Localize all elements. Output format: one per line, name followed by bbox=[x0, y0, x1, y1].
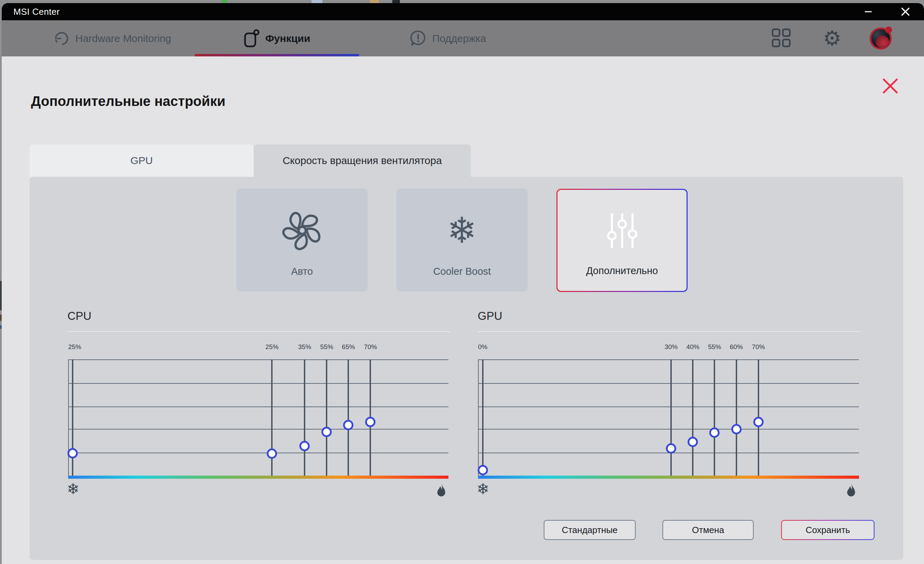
user-avatar[interactable] bbox=[870, 27, 892, 49]
cpu-fan-curve-chart[interactable] bbox=[68, 359, 448, 477]
fan-curve-point[interactable] bbox=[267, 449, 277, 459]
gpu-tick-labels: 0%30%40%55%60%70% bbox=[478, 343, 859, 353]
functions-icon bbox=[243, 29, 260, 48]
fan-curve-point[interactable] bbox=[478, 465, 488, 475]
h-gridline bbox=[478, 359, 859, 360]
support-bubble-icon bbox=[410, 30, 427, 47]
fan-curve-point[interactable] bbox=[753, 417, 764, 427]
sliders-icon bbox=[602, 210, 643, 251]
settings-gear-icon: ⚙ bbox=[823, 27, 842, 50]
y-axis-line bbox=[478, 359, 479, 477]
minimize-button[interactable] bbox=[858, 3, 879, 20]
desktop-edge-frag-top1 bbox=[222, 0, 228, 3]
temperature-gradient-axis bbox=[478, 476, 859, 479]
h-gridline bbox=[68, 407, 448, 407]
tab-label: Скорость вращения вентилятора bbox=[282, 155, 442, 166]
fan-curve-point[interactable] bbox=[321, 427, 332, 437]
cancel-button[interactable]: Отмена bbox=[663, 520, 754, 540]
fan-node-line bbox=[736, 359, 737, 477]
button-label: Отмена bbox=[692, 525, 724, 536]
tick-label: 35% bbox=[298, 343, 311, 351]
fan-curve-point[interactable] bbox=[343, 420, 353, 430]
h-gridline bbox=[68, 429, 448, 429]
tick-label: 60% bbox=[730, 343, 743, 351]
mode-card-cooler-boost[interactable]: ❄ Cooler Boost bbox=[396, 188, 528, 292]
fan-curve-point[interactable] bbox=[299, 441, 310, 451]
active-tab-underline bbox=[195, 54, 359, 56]
h-gridline bbox=[68, 453, 448, 453]
snowflake-icon: ❄ bbox=[447, 212, 477, 248]
mode-label: Авто bbox=[291, 266, 313, 277]
tick-label: 25% bbox=[68, 343, 81, 351]
gauge-icon bbox=[53, 30, 70, 47]
h-gridline bbox=[68, 383, 448, 384]
gpu-section-title: GPU bbox=[478, 310, 502, 323]
msi-center-window: MSI Center Hardware Monitoring bbox=[2, 3, 924, 564]
fan-node-line bbox=[714, 359, 715, 477]
nav-label: Поддержка bbox=[432, 33, 486, 44]
apps-grid-icon bbox=[771, 27, 792, 48]
tick-label: 70% bbox=[364, 343, 377, 351]
tick-label: 55% bbox=[320, 343, 333, 351]
h-gridline bbox=[478, 407, 859, 407]
page-title: Дополнительные настройки bbox=[31, 94, 225, 109]
minimize-icon bbox=[863, 7, 873, 16]
h-gridline bbox=[478, 383, 859, 384]
fan-node-line bbox=[304, 359, 305, 477]
tick-label: 40% bbox=[686, 343, 699, 351]
fan-node-line bbox=[348, 359, 349, 477]
window-close-button[interactable] bbox=[895, 3, 916, 20]
nav-label: Hardware Monitoring bbox=[75, 33, 171, 44]
flame-hot-icon bbox=[846, 483, 857, 500]
fan-curve-point[interactable] bbox=[731, 424, 742, 434]
fan-node-line bbox=[670, 359, 672, 477]
gpu-divider bbox=[478, 331, 860, 332]
nav-item-hardware-monitoring[interactable]: Hardware Monitoring bbox=[53, 20, 171, 56]
mode-label: Дополнительно bbox=[586, 265, 658, 277]
desktop-edge-frag-top4 bbox=[392, 0, 400, 3]
tab-label: GPU bbox=[130, 155, 153, 166]
apps-grid-button[interactable] bbox=[771, 27, 792, 50]
fan-curve-point[interactable] bbox=[365, 417, 375, 427]
cpu-divider bbox=[68, 331, 450, 332]
fan-node-line bbox=[271, 359, 273, 477]
nav-label: Функции bbox=[266, 33, 310, 44]
h-gridline bbox=[478, 429, 859, 429]
mode-card-auto[interactable]: Авто bbox=[236, 188, 368, 292]
nav-item-support[interactable]: Поддержка bbox=[410, 20, 486, 56]
flame-hot-icon bbox=[436, 483, 447, 500]
button-label: Стандартные bbox=[562, 525, 617, 536]
avatar-image bbox=[870, 27, 892, 49]
tab-gpu[interactable]: GPU bbox=[30, 144, 254, 177]
modal-close-button[interactable] bbox=[879, 74, 902, 98]
h-gridline bbox=[68, 359, 448, 360]
settings-button[interactable]: ⚙ bbox=[823, 28, 842, 49]
main-navbar: Hardware Monitoring Функции Поддержка bbox=[2, 20, 924, 56]
fan-curve-point[interactable] bbox=[68, 448, 78, 458]
fan-curve-point[interactable] bbox=[709, 428, 720, 438]
tick-label: 55% bbox=[708, 343, 721, 351]
window-close-icon bbox=[900, 6, 910, 17]
snowflake-cold-icon: ❄ bbox=[477, 482, 489, 497]
tick-label: 65% bbox=[342, 343, 355, 351]
desktop-edge-frag-top2 bbox=[312, 0, 322, 3]
fan-node-line bbox=[72, 359, 73, 477]
fan-curve-point[interactable] bbox=[688, 437, 698, 447]
button-label: Сохранить bbox=[806, 525, 850, 536]
tab-fan-speed[interactable]: Скорость вращения вентилятора bbox=[254, 144, 471, 177]
desktop-edge-frag-top3 bbox=[370, 0, 379, 3]
mode-card-advanced[interactable]: Дополнительно bbox=[556, 189, 688, 292]
gpu-fan-curve-chart[interactable] bbox=[478, 359, 859, 477]
cpu-tick-labels: 25%25%35%55%65%70% bbox=[68, 343, 448, 353]
save-button[interactable]: Сохранить bbox=[781, 520, 874, 540]
defaults-button[interactable]: Стандартные bbox=[544, 520, 636, 540]
tick-label: 70% bbox=[752, 343, 765, 351]
advanced-settings-modal: Дополнительные настройки GPU Скорость вр… bbox=[2, 56, 924, 564]
cpu-section-title: CPU bbox=[68, 310, 92, 323]
nav-item-functions[interactable]: Функции bbox=[243, 20, 310, 56]
tick-label: 25% bbox=[266, 343, 278, 351]
fan-curve-point[interactable] bbox=[666, 443, 676, 453]
modal-close-icon bbox=[882, 78, 898, 94]
temperature-gradient-axis bbox=[68, 476, 448, 479]
tick-label: 30% bbox=[664, 343, 678, 351]
